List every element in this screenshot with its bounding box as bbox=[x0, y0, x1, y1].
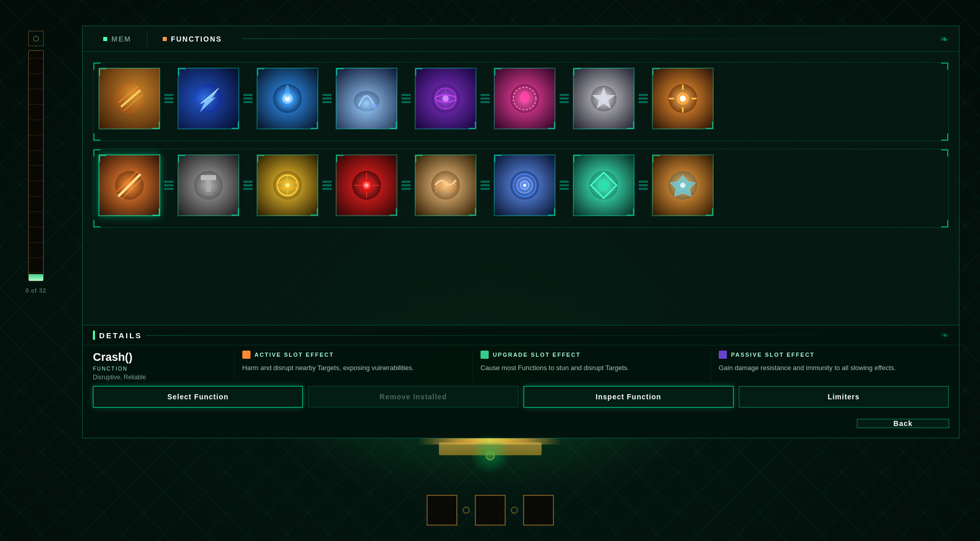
svg-marker-18 bbox=[592, 87, 616, 109]
svg-point-38 bbox=[277, 181, 298, 189]
svg-line-54 bbox=[604, 172, 617, 185]
mem-counter-label: 0 of 32 bbox=[26, 287, 47, 294]
svg-rect-32 bbox=[201, 175, 216, 180]
actions-row: Select Function Remove Installed Inspect… bbox=[83, 386, 959, 415]
connector-6 bbox=[560, 94, 569, 103]
header-decoration: ❧ bbox=[940, 33, 949, 45]
svg-line-55 bbox=[604, 185, 617, 198]
function-card-s12[interactable] bbox=[336, 154, 397, 216]
main-panel: MEM FUNCTIONS ❧ bbox=[82, 26, 959, 438]
mem-tab-indicator bbox=[103, 37, 107, 41]
svg-point-49 bbox=[513, 174, 536, 197]
details-inner: Crash() FUNCTION Disruptive, Reliable AC… bbox=[83, 345, 959, 386]
svg-point-35 bbox=[277, 175, 298, 196]
svg-point-53 bbox=[589, 171, 618, 200]
svg-point-61 bbox=[680, 183, 685, 188]
svg-point-58 bbox=[600, 181, 608, 189]
svg-point-0 bbox=[114, 83, 145, 114]
function-card-s1[interactable] bbox=[99, 68, 160, 129]
function-card-s16[interactable] bbox=[652, 154, 714, 216]
tab-functions[interactable]: FUNCTIONS bbox=[152, 26, 233, 51]
connector-4 bbox=[401, 94, 411, 103]
svg-point-40 bbox=[359, 178, 374, 193]
details-title: DETAILS bbox=[99, 331, 142, 340]
function-card-s11[interactable] bbox=[257, 154, 318, 216]
svg-line-28 bbox=[117, 171, 137, 192]
back-button[interactable]: Back bbox=[857, 419, 949, 428]
svg-line-3 bbox=[124, 95, 142, 110]
svg-point-9 bbox=[372, 104, 377, 109]
function-card-s8[interactable] bbox=[652, 68, 714, 129]
svg-point-6 bbox=[282, 93, 293, 104]
function-card-s9[interactable] bbox=[99, 154, 160, 216]
svg-point-39 bbox=[352, 171, 381, 200]
detail-function-name-col: Crash() FUNCTION Disruptive, Reliable bbox=[93, 351, 235, 381]
function-card-s15[interactable] bbox=[573, 154, 635, 216]
function-card-s7[interactable] bbox=[573, 68, 635, 129]
svg-point-50 bbox=[517, 178, 532, 193]
details-deco: ❧ bbox=[941, 330, 949, 341]
mem-bar-segments bbox=[29, 51, 43, 281]
function-card-s3[interactable] bbox=[257, 68, 318, 129]
connector-10 bbox=[243, 181, 253, 190]
svg-point-7 bbox=[285, 96, 290, 101]
svg-point-12 bbox=[435, 95, 456, 102]
function-card-s6[interactable] bbox=[494, 68, 555, 129]
active-slot-title: ACTIVE SLOT EFFECT bbox=[255, 352, 334, 358]
select-function-button[interactable]: Select Function bbox=[93, 386, 303, 408]
mem-top-icon: ⬡ bbox=[28, 31, 44, 46]
connector-11 bbox=[322, 181, 332, 190]
svg-point-4 bbox=[194, 84, 223, 113]
connector-13 bbox=[481, 181, 490, 190]
connector-2 bbox=[243, 94, 253, 103]
svg-point-26 bbox=[115, 171, 144, 200]
svg-point-20 bbox=[677, 92, 689, 105]
function-card-s10[interactable] bbox=[178, 154, 239, 216]
function-card-s14[interactable] bbox=[494, 154, 555, 216]
mem-bar bbox=[28, 50, 44, 281]
svg-line-57 bbox=[591, 172, 604, 185]
svg-point-41 bbox=[362, 181, 371, 189]
details-indicator bbox=[93, 331, 95, 340]
upgrade-slot-icon bbox=[481, 351, 489, 359]
function-card-s5[interactable] bbox=[415, 68, 476, 129]
limiters-button[interactable]: Limiters bbox=[739, 386, 949, 408]
svg-point-15 bbox=[510, 84, 539, 113]
function-card-s4[interactable] bbox=[336, 68, 397, 129]
svg-point-21 bbox=[680, 95, 686, 102]
header-line bbox=[242, 38, 940, 39]
passive-slot-header: PASSIVE SLOT EFFECT bbox=[719, 351, 941, 359]
passive-slot-icon bbox=[719, 351, 727, 359]
details-line bbox=[146, 335, 937, 336]
svg-line-56 bbox=[591, 185, 604, 198]
svg-point-13 bbox=[443, 95, 449, 102]
svg-line-2 bbox=[119, 87, 137, 102]
active-slot-header: ACTIVE SLOT EFFECT bbox=[242, 351, 465, 359]
functions-tab-label: FUNCTIONS bbox=[171, 35, 222, 43]
inspect-function-button[interactable]: Inspect Function bbox=[524, 386, 734, 408]
tab-mem[interactable]: MEM bbox=[93, 26, 142, 51]
function-row-1 bbox=[93, 62, 949, 141]
details-header: DETAILS ❧ bbox=[83, 325, 959, 345]
header-tabs: MEM FUNCTIONS ❧ bbox=[83, 26, 959, 52]
function-card-s2[interactable] bbox=[178, 68, 239, 129]
mem-tab-label: MEM bbox=[111, 35, 131, 43]
upgrade-slot-header: UPGRADE SLOT EFFECT bbox=[481, 351, 703, 359]
svg-point-36 bbox=[285, 183, 290, 187]
function-type: FUNCTION bbox=[93, 366, 226, 372]
function-tags: Disruptive, Reliable bbox=[93, 374, 226, 381]
mem-bar-fill bbox=[29, 274, 43, 281]
svg-point-42 bbox=[364, 183, 369, 187]
connector-9 bbox=[164, 181, 174, 190]
svg-point-10 bbox=[431, 84, 460, 113]
svg-point-30 bbox=[194, 171, 223, 200]
svg-point-17 bbox=[591, 86, 617, 111]
svg-point-16 bbox=[513, 87, 536, 110]
connector-3 bbox=[322, 94, 332, 103]
svg-point-59 bbox=[668, 171, 697, 200]
passive-slot-title: PASSIVE SLOT EFFECT bbox=[731, 352, 815, 358]
remove-installed-button[interactable]: Remove Installed bbox=[308, 386, 518, 408]
svg-line-27 bbox=[119, 175, 140, 196]
function-row-items-2 bbox=[99, 154, 943, 216]
function-card-s13[interactable] bbox=[415, 154, 476, 216]
